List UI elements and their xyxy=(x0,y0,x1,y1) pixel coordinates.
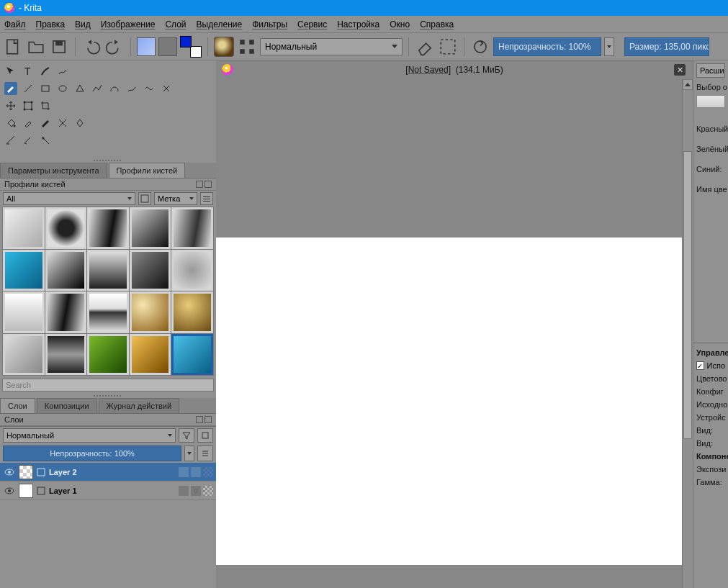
brush-settings-button[interactable] xyxy=(237,37,257,57)
menu-layer[interactable]: Слой xyxy=(165,19,186,30)
gradient-tool[interactable] xyxy=(39,117,52,130)
alpha-lock-button[interactable] xyxy=(438,37,458,57)
close-panel-icon[interactable] xyxy=(205,181,212,188)
tab-brush-presets[interactable]: Профили кистей xyxy=(109,163,186,178)
brush-preset[interactable] xyxy=(171,291,213,333)
dynamic-brush-tool[interactable] xyxy=(143,82,156,95)
text-tool[interactable]: T xyxy=(22,65,35,78)
rectangle-tool[interactable] xyxy=(39,82,52,95)
brush-tag-select[interactable]: Метка xyxy=(154,192,197,205)
brush-preset[interactable] xyxy=(87,291,129,333)
layer-properties-button[interactable] xyxy=(197,445,213,461)
brush-tag-filter-button[interactable] xyxy=(138,192,151,205)
menu-filters[interactable]: Фильтры xyxy=(252,19,287,30)
menu-file[interactable]: Файл xyxy=(4,19,26,30)
brush-preset[interactable] xyxy=(171,250,213,291)
opacity-slider[interactable]: Непрозрачность: 100% xyxy=(493,37,601,56)
menu-view[interactable]: Вид xyxy=(75,19,91,30)
open-doc-button[interactable] xyxy=(26,37,46,57)
new-doc-button[interactable] xyxy=(3,37,23,57)
brush-preset[interactable] xyxy=(3,291,45,333)
fill-tool[interactable] xyxy=(4,117,17,130)
brush-filter-select[interactable]: All xyxy=(3,192,135,205)
layer-row[interactable]: Layer 2 xyxy=(0,463,216,481)
brush-search[interactable] xyxy=(2,378,214,392)
tab-tool-options[interactable]: Параметры инструмента xyxy=(0,163,107,178)
reload-preset-button[interactable] xyxy=(470,37,490,57)
tab-compositions[interactable]: Композиции xyxy=(37,398,97,413)
transform-shape-tool[interactable] xyxy=(22,99,35,112)
polyline-tool[interactable] xyxy=(91,82,104,95)
menu-settings[interactable]: Настройка xyxy=(337,19,379,30)
vertical-scrollbar[interactable] xyxy=(682,79,693,588)
menu-help[interactable]: Справка xyxy=(420,19,454,30)
brush-preset[interactable] xyxy=(87,250,129,291)
freehand-path-tool[interactable] xyxy=(125,82,138,95)
brush-preset[interactable] xyxy=(45,250,87,291)
freehand-brush-tool[interactable] xyxy=(4,82,17,95)
layer-blend-mode-select[interactable]: Нормальный xyxy=(3,428,176,443)
brush-preset[interactable] xyxy=(3,207,45,249)
visibility-toggle-icon[interactable] xyxy=(3,486,16,496)
canvas-viewport[interactable] xyxy=(216,79,693,588)
layer-locks[interactable]: α xyxy=(179,486,213,496)
brush-preset[interactable] xyxy=(45,207,87,249)
brush-preset-preview[interactable] xyxy=(214,37,234,57)
brush-preset[interactable] xyxy=(130,207,171,249)
brush-preset[interactable] xyxy=(130,291,171,333)
layer-opacity-slider[interactable]: Непрозрачность: 100% xyxy=(3,445,181,461)
brush-view-mode-button[interactable] xyxy=(200,192,213,205)
brush-preset[interactable] xyxy=(130,334,171,376)
brush-preset[interactable] xyxy=(87,207,129,249)
scroll-up-icon[interactable] xyxy=(683,79,693,90)
brush-preset[interactable] xyxy=(45,334,87,376)
multibrush-tool[interactable] xyxy=(160,82,173,95)
undo-button[interactable] xyxy=(81,37,102,57)
pattern-swatch[interactable] xyxy=(158,37,177,56)
brush-preset[interactable] xyxy=(3,250,45,291)
visibility-toggle-icon[interactable] xyxy=(3,467,16,477)
save-doc-button[interactable] xyxy=(49,37,69,57)
float-panel-icon[interactable] xyxy=(196,181,203,188)
color-picker-tool[interactable] xyxy=(22,117,35,130)
fg-bg-color-swatch[interactable] xyxy=(180,36,202,58)
menu-bar[interactable]: Файл Правка Вид Изображение Слой Выделен… xyxy=(0,16,728,33)
layer-locks[interactable] xyxy=(179,467,213,477)
layer-row[interactable]: Layer 1 α xyxy=(0,481,216,500)
menu-select[interactable]: Выделение xyxy=(197,19,243,30)
layer-name[interactable]: Layer 2 xyxy=(49,468,176,476)
ellipse-tool[interactable] xyxy=(56,82,69,95)
tab-advanced-color[interactable]: Расши xyxy=(696,63,725,78)
close-panel-icon[interactable] xyxy=(205,416,212,423)
move-tool[interactable] xyxy=(4,99,17,112)
layer-settings-button[interactable] xyxy=(197,428,213,443)
crop-tool[interactable] xyxy=(39,99,52,112)
edit-shapes-tool[interactable] xyxy=(56,65,69,78)
tab-undo-history[interactable]: Журнал действий xyxy=(99,398,180,413)
bezier-tool[interactable] xyxy=(108,82,121,95)
use-display-profile-checkbox[interactable]: ✓Испо xyxy=(693,359,728,372)
menu-window[interactable]: Окно xyxy=(390,19,410,30)
assistant-tool[interactable] xyxy=(4,134,17,147)
canvas[interactable] xyxy=(216,238,682,565)
opacity-dropdown[interactable] xyxy=(604,37,614,56)
pattern-edit-tool[interactable] xyxy=(56,117,69,130)
brush-preset-selected[interactable] xyxy=(171,334,213,376)
brush-preset[interactable] xyxy=(3,334,45,376)
brush-size-slider[interactable]: Размер: 135,00 пикс. xyxy=(624,37,709,56)
smart-fill-tool[interactable] xyxy=(73,117,86,130)
menu-edit[interactable]: Правка xyxy=(36,19,66,30)
reference-tool[interactable] xyxy=(39,134,52,147)
layer-opacity-dropdown[interactable] xyxy=(184,445,194,461)
float-panel-icon[interactable] xyxy=(196,416,203,423)
transform-tool[interactable] xyxy=(4,65,17,78)
layer-filter-button[interactable] xyxy=(179,428,194,443)
brush-preset[interactable] xyxy=(87,334,129,376)
calligraphy-tool[interactable] xyxy=(39,65,52,78)
brush-search-input[interactable] xyxy=(2,379,214,392)
tab-layers[interactable]: Слои xyxy=(0,398,35,413)
redo-button[interactable] xyxy=(104,37,125,57)
color-gradient-input[interactable] xyxy=(696,95,725,108)
menu-image[interactable]: Изображение xyxy=(101,19,156,30)
brush-preset[interactable] xyxy=(171,207,213,249)
